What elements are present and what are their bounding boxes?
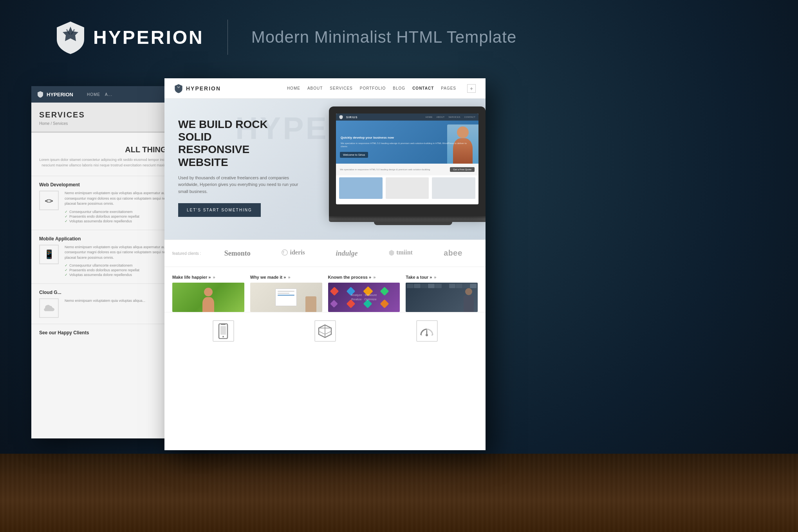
feature-img-hand <box>250 283 322 312</box>
laptop-foot <box>374 222 452 225</box>
svg-point-0 <box>282 250 287 255</box>
brand-left: HYPERION <box>55 20 204 55</box>
laptop-free-quote[interactable]: Get a Free Quote <box>450 167 475 172</box>
laptop-hero-title: Quickly develop your business now <box>341 136 474 140</box>
diamond-blue <box>347 287 356 296</box>
laptop-nav-bar: SIRIUS HOME ABOUT SERVICES CONTACT <box>336 114 478 121</box>
client-indulge: indulge <box>336 249 357 258</box>
laptop-bottom-bar: We specialize in responsive HTML 5.0 lea… <box>336 164 478 175</box>
clients-strip: featured clients : Semonto ideris indulg… <box>164 240 486 267</box>
diamond-purple <box>330 300 338 308</box>
svg-point-13 <box>426 334 428 336</box>
feature-img-diamonds: Analyze · Measure Realize · Optimize <box>328 283 400 312</box>
paper-doc <box>275 289 297 306</box>
laptop-content-box-3 <box>432 177 475 199</box>
client-semonto: Semonto <box>224 249 251 258</box>
feature-why-we-made-it: Why we made it » <box>250 275 322 312</box>
back-page-brand: HYPERION <box>37 91 73 98</box>
box-3d-icon <box>314 320 336 342</box>
main-tagline: Modern Minimalist HTML Template <box>251 28 517 47</box>
hero-content: WE BUILD ROCK SOLID RESPONSIVE WEBSITE U… <box>178 118 300 217</box>
feature-link-4[interactable]: Take a tour » <box>406 275 478 280</box>
laptop-base <box>329 216 486 222</box>
brand-shield-logo <box>55 20 86 55</box>
nav-blog[interactable]: BLOG <box>393 86 405 90</box>
wood-surface <box>0 454 798 532</box>
diamond-orange <box>363 287 373 296</box>
client-tmiint: tmiint <box>388 249 413 258</box>
features-grid: Make life happier » Why we made it » <box>172 275 478 312</box>
laptop-screen: SIRIUS HOME ABOUT SERVICES CONTACT Quick… <box>336 114 478 204</box>
laptop-content-box-2 <box>386 177 429 199</box>
hero-heading-line1: WE BUILD ROCK SOLID <box>178 118 268 143</box>
main-navbar: HYPERION HOME ABOUT SERVICES PORTFOLIO B… <box>164 78 486 99</box>
laptop-outer: SIRIUS HOME ABOUT SERVICES CONTACT Quick… <box>329 106 486 216</box>
feature-link-3[interactable]: Known the process » <box>328 275 400 280</box>
back-shield-icon <box>37 91 43 98</box>
nav-shield-icon <box>174 83 183 94</box>
main-nav-logo: HYPERION <box>174 83 221 94</box>
girl-silhouette <box>202 288 214 312</box>
svg-point-5 <box>222 336 224 337</box>
feature-img-person-tech <box>406 283 478 312</box>
tmiint-icon <box>388 249 395 256</box>
laptop-hero-section: Quickly develop your business now We spe… <box>336 121 478 164</box>
nav-brand-name: HYPERION <box>186 85 221 92</box>
back-web-dev-icon: <> <box>39 191 59 210</box>
feature-take-tour: Take a tour » <box>406 275 478 312</box>
bottom-icon-gauge <box>416 320 438 342</box>
ideris-icon <box>281 249 288 256</box>
hand-image <box>305 296 316 312</box>
diamond-grid <box>328 283 400 312</box>
client-ideris: ideris <box>281 249 305 258</box>
hero-description: Used by thousands of creative freelancer… <box>178 175 300 195</box>
diamond-teal <box>363 299 372 308</box>
nav-home[interactable]: HOME <box>287 86 300 90</box>
back-cloud-icon <box>39 298 59 318</box>
hero-cta-button[interactable]: LET'S START SOMETHING <box>178 203 261 217</box>
feature-link-1[interactable]: Make life happier » <box>172 275 244 280</box>
gauge-icon <box>416 320 438 342</box>
back-page-nav-links: HOME A... <box>87 92 112 97</box>
back-mobile-icon: 📱 <box>39 245 59 264</box>
main-nav-links: HOME ABOUT SERVICES PORTFOLIO BLOG CONTA… <box>287 84 476 93</box>
nav-about[interactable]: ABOUT <box>307 86 323 90</box>
laptop-nav-dots: HOME ABOUT SERVICES CONTACT <box>426 116 475 118</box>
feature-link-2[interactable]: Why we made it » <box>250 275 322 280</box>
laptop-hero-text: Quickly develop your business now We spe… <box>336 131 478 153</box>
svg-line-11 <box>325 331 331 334</box>
main-page: HYPERION HOME ABOUT SERVICES PORTFOLIO B… <box>164 78 486 450</box>
feature-img-girl <box>172 283 244 312</box>
header-divider <box>227 20 228 55</box>
laptop-hero-desc: We specialize in responsive HTML 5.0 lea… <box>341 142 474 148</box>
bottom-icon-mobile <box>213 320 234 342</box>
hero-heading-line2: RESPONSIVE WEBSITE <box>178 143 249 168</box>
laptop-content-box-1 <box>339 177 383 199</box>
nav-portfolio[interactable]: PORTFOLIO <box>360 86 386 90</box>
hero-section: HYPERION WE BUILD ROCK SOLID RESPONSIVE … <box>164 99 486 240</box>
top-header: HYPERION Modern Minimalist HTML Template <box>0 20 798 55</box>
client-abee: abee <box>444 249 462 258</box>
wood-grain-texture <box>0 454 798 532</box>
person-silhouette <box>464 288 474 312</box>
svg-line-10 <box>319 331 325 334</box>
bottom-icons-row <box>164 312 486 350</box>
laptop-shield-icon <box>339 115 343 119</box>
clients-label: featured clients : <box>172 251 201 256</box>
diamond-red-2 <box>347 299 356 308</box>
svg-rect-6 <box>220 326 226 335</box>
nav-pages[interactable]: PAGES <box>441 86 456 90</box>
nav-services[interactable]: SERVICES <box>330 86 352 90</box>
laptop-mockup: SIRIUS HOME ABOUT SERVICES CONTACT Quick… <box>329 106 486 232</box>
feature-make-life-happier: Make life happier » <box>172 275 244 312</box>
diamond-green <box>380 287 389 296</box>
laptop-brand: SIRIUS <box>346 116 357 119</box>
svg-point-1 <box>283 251 285 252</box>
features-section: Make life happier » Why we made it » <box>164 267 486 312</box>
mobile-icon <box>213 320 234 342</box>
nav-plus-button[interactable]: + <box>467 84 476 93</box>
nav-contact[interactable]: CONTACT <box>412 86 434 90</box>
diamond-amber <box>380 299 389 308</box>
svg-rect-4 <box>221 324 226 325</box>
bottom-icon-box <box>314 320 336 342</box>
